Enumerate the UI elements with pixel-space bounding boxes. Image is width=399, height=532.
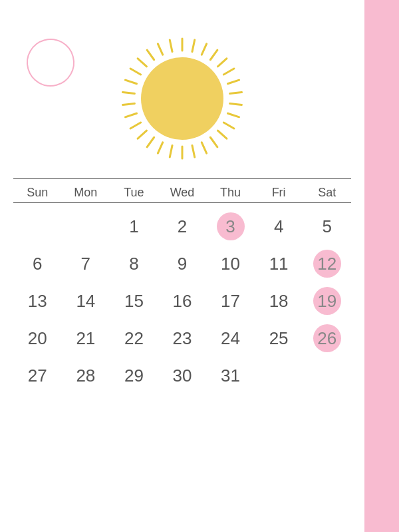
svg-line-17 — [158, 142, 162, 153]
svg-line-20 — [130, 123, 141, 129]
svg-line-9 — [227, 113, 239, 117]
calendar-date-17: 17 — [206, 283, 255, 319]
svg-line-1 — [192, 40, 195, 52]
calendar-date-19: 19 — [303, 283, 351, 319]
calendar-header: SunMonTueWedThuFriSat — [13, 182, 351, 202]
day-header-sun: Sun — [13, 186, 62, 200]
calendar-date-24: 24 — [206, 320, 255, 356]
date-number: 16 — [168, 287, 196, 315]
date-number: 17 — [217, 287, 245, 315]
calendar-date-15: 15 — [110, 283, 158, 319]
date-number: 28 — [72, 362, 100, 390]
svg-line-18 — [147, 137, 154, 147]
calendar-grid: 1234567891011121314151617181920212223242… — [13, 208, 351, 394]
calendar-section: SunMonTueWedThuFriSat 123456789101112131… — [13, 178, 351, 394]
calendar-date-11: 11 — [255, 246, 303, 282]
sun-illustration — [116, 32, 249, 165]
illustration-area — [13, 25, 351, 172]
ielts-stamp — [21, 33, 80, 92]
date-number: 23 — [168, 324, 196, 352]
svg-line-11 — [218, 131, 227, 138]
date-number: 13 — [23, 287, 51, 315]
day-header-wed: Wed — [158, 186, 207, 200]
calendar-date-25: 25 — [255, 320, 303, 356]
svg-line-14 — [192, 145, 195, 157]
date-number: 12 — [313, 250, 341, 278]
date-number: 7 — [72, 250, 100, 278]
main-content: SunMonTueWedThuFriSat 123456789101112131… — [0, 0, 364, 532]
date-number: 6 — [23, 250, 51, 278]
svg-line-27 — [147, 50, 154, 60]
svg-line-8 — [230, 104, 242, 105]
date-number: 24 — [217, 324, 245, 352]
calendar-date-29: 29 — [110, 358, 158, 394]
date-number: 19 — [313, 287, 341, 315]
date-number: 31 — [217, 362, 245, 390]
month-title — [13, 0, 351, 19]
svg-line-7 — [230, 93, 242, 94]
calendar-date-26: 26 — [303, 320, 351, 356]
date-number: 26 — [313, 324, 341, 352]
calendar-date-6: 6 — [13, 246, 62, 282]
calendar-date-12: 12 — [303, 246, 351, 282]
day-header-sat: Sat — [303, 186, 351, 200]
date-number: 2 — [168, 212, 196, 240]
svg-line-4 — [218, 59, 227, 67]
calendar-date-3: 3 — [206, 208, 255, 244]
svg-line-3 — [210, 50, 217, 60]
svg-line-12 — [210, 137, 217, 147]
day-header-tue: Tue — [110, 186, 158, 200]
calendar-date-16: 16 — [158, 283, 207, 319]
calendar-empty-cell — [255, 358, 303, 394]
calendar-date-30: 30 — [158, 358, 207, 394]
calendar-date-20: 20 — [13, 320, 62, 356]
day-header-fri: Fri — [255, 186, 303, 200]
date-number: 14 — [72, 287, 100, 315]
calendar-empty-cell — [303, 358, 351, 394]
calendar-date-21: 21 — [62, 320, 110, 356]
date-number: 8 — [120, 250, 148, 278]
svg-line-6 — [227, 80, 239, 84]
date-number: 9 — [168, 250, 196, 278]
date-number: 30 — [168, 362, 196, 390]
date-number: 18 — [265, 287, 293, 315]
date-number: 3 — [217, 212, 245, 240]
calendar-empty-cell — [13, 208, 62, 244]
calendar-date-22: 22 — [110, 320, 158, 356]
svg-line-22 — [122, 104, 134, 105]
top-divider — [13, 178, 351, 179]
calendar-date-23: 23 — [158, 320, 207, 356]
calendar-date-1: 1 — [110, 208, 158, 244]
svg-line-2 — [201, 44, 206, 55]
svg-line-16 — [170, 145, 172, 157]
calendar-date-31: 31 — [206, 358, 255, 394]
bottom-divider — [13, 202, 351, 203]
calendar-date-13: 13 — [13, 283, 62, 319]
calendar-empty-cell — [62, 208, 110, 244]
calendar-date-5: 5 — [303, 208, 351, 244]
calendar-date-18: 18 — [255, 283, 303, 319]
calendar-date-10: 10 — [206, 246, 255, 282]
pink-sidebar — [364, 0, 399, 532]
svg-line-10 — [223, 123, 234, 129]
calendar-date-7: 7 — [62, 246, 110, 282]
svg-line-25 — [130, 69, 141, 75]
calendar-date-27: 27 — [13, 358, 62, 394]
date-number: 15 — [120, 287, 148, 315]
svg-line-19 — [138, 131, 146, 138]
calendar-date-14: 14 — [62, 283, 110, 319]
calendar-date-8: 8 — [110, 246, 158, 282]
svg-point-30 — [141, 57, 223, 140]
svg-line-29 — [170, 40, 172, 52]
day-header-thu: Thu — [206, 186, 255, 200]
date-number: 1 — [120, 212, 148, 240]
svg-line-26 — [138, 59, 146, 67]
svg-line-5 — [223, 69, 234, 75]
date-number: 5 — [313, 212, 341, 240]
svg-line-23 — [122, 93, 134, 94]
day-header-mon: Mon — [62, 186, 110, 200]
date-number: 25 — [265, 324, 293, 352]
calendar-date-4: 4 — [255, 208, 303, 244]
date-number: 20 — [23, 324, 51, 352]
calendar-date-9: 9 — [158, 246, 207, 282]
